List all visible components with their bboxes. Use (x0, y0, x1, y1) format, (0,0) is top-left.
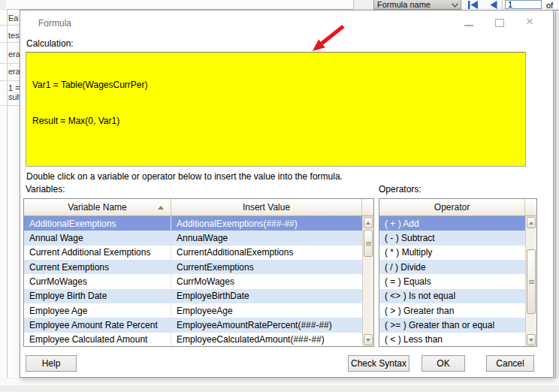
insert-value-cell[interactable]: CurrentAdditionalExemptions (171, 247, 362, 258)
background-left-column (0, 10, 20, 378)
operator-cell[interactable]: ( / ) Divide (379, 262, 525, 273)
operators-header: Operator (379, 199, 536, 216)
variable-row[interactable]: Current Additional ExemptionsCurrentAddi… (24, 246, 362, 260)
column-header-variable-name[interactable]: Variable Name (24, 199, 171, 216)
record-number-input[interactable]: 1 (505, 0, 542, 9)
insert-value-cell[interactable]: AnnualWage (171, 233, 362, 243)
variable-name-cell[interactable]: Employee Amount Rate Percent (24, 318, 171, 332)
scroll-down-button[interactable] (527, 334, 536, 345)
operator-row[interactable]: ( < ) Less than (379, 333, 525, 346)
operator-row[interactable]: ( >= ) Greater than or equal (379, 318, 525, 332)
operator-cell[interactable]: ( - ) Subtract (379, 233, 525, 243)
operator-cell[interactable]: ( = ) Equals (379, 276, 525, 287)
scroll-down-button[interactable] (364, 334, 373, 345)
previous-record-icon[interactable] (490, 1, 497, 9)
insert-value-cell[interactable]: CurrentExemptions (171, 262, 362, 273)
variable-row[interactable]: AdditionalExemptionsAdditionalExemptions… (24, 216, 362, 231)
calculation-line: Result = Max(0, Var1) (32, 115, 519, 127)
variable-name-cell[interactable]: Employee Calculated Amount (24, 333, 171, 346)
scroll-up-button[interactable] (527, 217, 536, 228)
first-record-icon[interactable] (467, 1, 479, 9)
fragment-text: 1 = (8, 83, 20, 92)
variable-name-cell[interactable]: Annual Wage (24, 231, 171, 245)
operator-cell[interactable]: ( > ) Greater than (379, 306, 525, 316)
header-corner (525, 199, 536, 216)
window-controls: × (464, 14, 533, 30)
maximize-button[interactable] (495, 17, 504, 27)
close-button[interactable]: × (526, 14, 533, 29)
operators-scrollbar[interactable] (525, 216, 536, 346)
calculation-editor[interactable]: Var1 = Table(WagesCurrPer) Result = Max(… (26, 52, 526, 167)
header-corner (362, 199, 373, 216)
screen: Formula name 1 of Ea tes era era 1 = sul… (0, 0, 559, 392)
cancel-button[interactable]: Cancel (486, 355, 534, 372)
variable-name-cell[interactable]: CurrMoWages (24, 274, 171, 288)
insert-value-cell[interactable]: EmployeBirthDate (171, 291, 362, 301)
instruction-text: Double click on a variable or operator b… (26, 171, 343, 182)
minimize-icon (464, 25, 473, 26)
variable-row[interactable]: Employee Amount Rate PercentEmployeeAmou… (24, 318, 362, 332)
background-top-bar: Formula name 1 of (0, 0, 559, 10)
fragment-text: era (8, 67, 20, 76)
operator-cell[interactable]: ( < ) Less than (379, 334, 525, 345)
fragment-separator (0, 25, 20, 26)
scroll-up-button[interactable] (364, 217, 373, 228)
operator-cell[interactable]: ( * ) Multiply (379, 247, 525, 258)
variable-row[interactable]: Current ExemptionsCurrentExemptions (24, 260, 362, 274)
operator-row[interactable]: ( <> ) Is not equal (379, 289, 525, 303)
fragment-separator (0, 80, 20, 81)
insert-value-cell[interactable]: AdditionalExemptions(###-##) (171, 219, 362, 229)
variables-scrollbar[interactable] (362, 216, 373, 346)
insert-value-cell[interactable]: CurrMoWages (171, 276, 362, 287)
formula-name-combo[interactable]: Formula name (373, 0, 461, 10)
insert-value-cell[interactable]: EmployeeCalculatedAmount(###-##) (171, 334, 362, 345)
sort-ascending-icon (158, 206, 164, 210)
thumb-grip-icon (366, 242, 371, 246)
scroll-thumb[interactable] (527, 249, 536, 314)
variable-name-cell[interactable]: Current Exemptions (24, 260, 171, 274)
close-icon: × (526, 14, 533, 29)
variables-label: Variables: (26, 184, 65, 194)
check-syntax-button[interactable]: Check Syntax (348, 355, 409, 372)
operator-cell[interactable]: ( + ) Add (379, 219, 525, 229)
variable-row[interactable]: Annual WageAnnualWage (24, 231, 362, 245)
fragment-separator (0, 105, 20, 106)
operator-cell[interactable]: ( >= ) Greater than or equal (379, 320, 525, 330)
scroll-thumb[interactable] (364, 230, 373, 257)
record-of-label: of (546, 1, 553, 10)
formula-dialog: Formula × Calculation: Var1 = Table(Wage… (20, 10, 554, 378)
scroll-down-icon (366, 339, 370, 342)
column-header-operator[interactable]: Operator (379, 199, 525, 216)
variable-name-cell[interactable]: Current Additional Exemptions (24, 246, 171, 260)
nav-separator (502, 0, 503, 10)
variables-header: Variable Name Insert Value (24, 199, 373, 216)
record-navigator: 1 of (463, 0, 559, 11)
operator-row[interactable]: ( - ) Subtract (379, 231, 525, 245)
insert-value-cell[interactable]: EmployeeAge (171, 306, 362, 316)
operator-row[interactable]: ( > ) Greater than (379, 303, 525, 318)
variable-name-cell[interactable]: Employee Age (24, 303, 171, 318)
operator-row[interactable]: ( / ) Divide (379, 260, 525, 274)
operator-cell[interactable]: ( <> ) Is not equal (379, 291, 525, 301)
operator-row[interactable]: ( = ) Equals (379, 274, 525, 288)
operator-row[interactable]: ( + ) Add (379, 216, 525, 231)
variable-row[interactable]: Employee Calculated AmountEmployeeCalcul… (24, 333, 362, 346)
variable-row[interactable]: Employee AgeEmployeeAge (24, 303, 362, 318)
variable-row[interactable]: Employe Birth DateEmployeBirthDate (24, 289, 362, 303)
variable-row[interactable]: CurrMoWagesCurrMoWages (24, 274, 362, 288)
operators-label: Operators: (379, 184, 422, 194)
variable-name-cell[interactable]: AdditionalExemptions (24, 216, 171, 231)
insert-value-cell[interactable]: EmployeeAmountRatePercent(###-##) (171, 320, 362, 330)
help-button[interactable]: Help (26, 355, 77, 372)
background-bottom-strip (0, 385, 559, 392)
ok-button[interactable]: OK (422, 355, 465, 372)
column-header-insert-value[interactable]: Insert Value (171, 199, 362, 216)
operators-body: ( + ) Add( - ) Subtract( * ) Multiply( /… (379, 216, 525, 346)
operator-row[interactable]: ( * ) Multiply (379, 246, 525, 260)
formula-name-label: Formula name (377, 0, 431, 9)
calculation-line: Var1 = Table(WagesCurrPer) (32, 79, 519, 91)
operators-table: Operator ( + ) Add( - ) Subtract( * ) Mu… (379, 198, 537, 347)
fragment-separator (0, 63, 20, 64)
minimize-button[interactable] (464, 18, 473, 26)
variable-name-cell[interactable]: Employe Birth Date (24, 289, 171, 303)
